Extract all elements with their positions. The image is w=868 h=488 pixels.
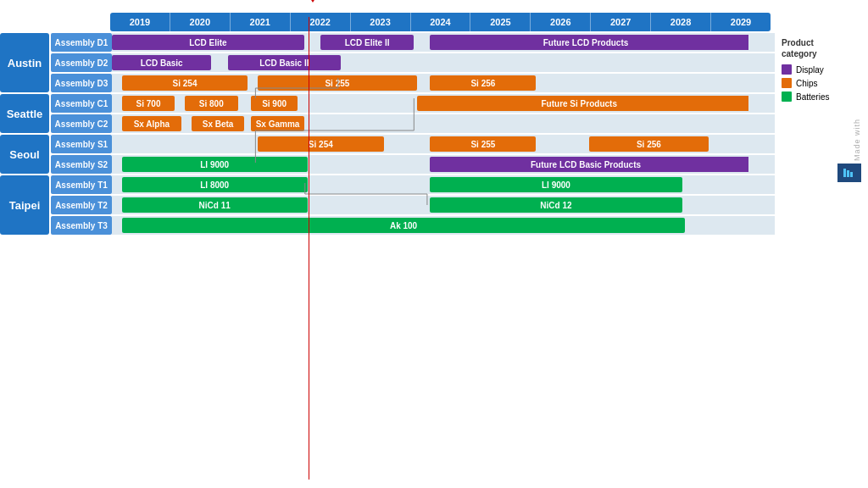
assembly-timeline: Sx AlphaSx BetaSx Gamma (112, 114, 775, 133)
bar-lcd-elite: LCD Elite (112, 35, 304, 50)
legend-label: Chips (796, 79, 818, 88)
bar-si-900: Si 900 (251, 96, 298, 111)
year-cell-2024: 2024 (411, 13, 471, 31)
watermark-icon (837, 164, 861, 182)
bar-si-800: Si 800 (185, 96, 238, 111)
groups-container: AustinAssembly D1LCD EliteLCD Elite IIFu… (0, 33, 775, 480)
year-cell-2027: 2027 (591, 13, 651, 31)
year-cell-2025: 2025 (470, 13, 531, 31)
bar-li-9000: LI 9000 (430, 177, 682, 192)
legend-color (782, 64, 792, 75)
assembly-label: Assembly S1 (51, 135, 112, 153)
assembly-timeline: Si 254Si 255Si 256 (112, 135, 775, 153)
year-cell-2026: 2026 (531, 13, 591, 31)
assembly-row-assembly-d3: Assembly D3Si 254Si 255Si 256 (51, 74, 775, 92)
group-label-seattle: Seattle (0, 94, 49, 133)
watermark-text: Made with (853, 119, 861, 161)
assembly-label: Assembly T2 (51, 196, 112, 214)
assembly-row-assembly-d1: Assembly D1LCD EliteLCD Elite IIFuture L… (51, 33, 775, 52)
bar-sx-gamma: Sx Gamma (251, 116, 304, 131)
bar-nicd-11: NiCd 11 (122, 197, 308, 213)
group-label-austin: Austin (0, 33, 49, 92)
assembly-timeline: LI 8000LI 9000 (112, 175, 775, 194)
today-line (309, 17, 309, 480)
bar-si-256: Si 256 (430, 75, 536, 91)
year-cell-2022: 2022 (291, 13, 351, 31)
assembly-timeline: LCD EliteLCD Elite IIFuture LCD Products (112, 33, 775, 52)
bar-si-700: Si 700 (122, 96, 175, 111)
legend-item-batteries: Batteries (782, 92, 861, 102)
assembly-timeline: Si 254Si 255Si 256 (112, 74, 775, 92)
assembly-timeline: LCD BasicLCD Basic II (112, 53, 775, 72)
legend-item-display: Display (782, 64, 861, 75)
legend-label: Batteries (796, 92, 829, 102)
group-label-taipei: Taipei (0, 175, 49, 235)
bar-sx-beta: Sx Beta (192, 116, 245, 131)
legend-title: Productcategory (782, 37, 861, 59)
svg-rect-1 (847, 170, 849, 177)
svg-rect-2 (850, 172, 853, 177)
year-cell-2019: 2019 (110, 13, 170, 31)
legend: Productcategory DisplayChipsBatteries Ma… (775, 33, 868, 480)
bar-sx-alpha: Sx Alpha (122, 116, 181, 131)
group-label-seoul: Seoul (0, 135, 49, 174)
watermark: Made with (782, 119, 861, 182)
legend-label: Display (796, 65, 824, 75)
bar-si-255: Si 255 (430, 136, 536, 152)
group-section-taipei: TaipeiAssembly T1LI 8000LI 9000Assembly … (0, 175, 775, 235)
year-cell-2021: 2021 (231, 13, 291, 31)
year-bar: 2019202020212022202320242025202620272028… (110, 13, 771, 31)
assembly-row-assembly-t2: Assembly T2NiCd 11NiCd 12 (51, 196, 775, 214)
group-rows-austin: Assembly D1LCD EliteLCD Elite IIFuture L… (51, 33, 775, 92)
bar-li-9000: LI 9000 (122, 157, 308, 172)
bar-future-si-products: Future Si Products (417, 96, 748, 111)
assembly-label: Assembly D1 (51, 33, 112, 52)
assembly-row-assembly-t3: Assembly T3Ak 100 (51, 216, 775, 235)
assembly-row-assembly-c2: Assembly C2Sx AlphaSx BetaSx Gamma (51, 114, 775, 133)
assembly-row-assembly-s2: Assembly S2LI 9000Future LCD Basic Produ… (51, 155, 775, 174)
bar-lcd-elite-ii: LCD Elite II (320, 35, 413, 50)
bar-li-8000: LI 8000 (122, 177, 308, 192)
assembly-label: Assembly D2 (51, 53, 112, 72)
bar-lcd-basic-ii: LCD Basic II (228, 55, 341, 70)
legend-item-chips: Chips (782, 78, 861, 88)
svg-rect-0 (843, 169, 846, 177)
group-rows-seattle: Assembly C1Si 700Si 800Si 900Future Si P… (51, 94, 775, 133)
bar-future-lcd-basic-products: Future LCD Basic Products (430, 157, 748, 172)
bar-lcd-basic: LCD Basic (112, 55, 211, 70)
legend-color (782, 92, 792, 102)
group-rows-taipei: Assembly T1LI 8000LI 9000Assembly T2NiCd… (51, 175, 775, 235)
year-cell-2028: 2028 (651, 13, 711, 31)
group-rows-seoul: Assembly S1Si 254Si 255Si 256Assembly S2… (51, 135, 775, 174)
assembly-row-assembly-d2: Assembly D2LCD BasicLCD Basic II (51, 53, 775, 72)
bar-ak-100: Ak 100 (122, 218, 686, 233)
assembly-label: Assembly D3 (51, 74, 112, 92)
group-section-seoul: SeoulAssembly S1Si 254Si 255Si 256Assemb… (0, 135, 775, 174)
assembly-label: Assembly T3 (51, 216, 112, 235)
assembly-row-assembly-t1: Assembly T1LI 8000LI 9000 (51, 175, 775, 194)
legend-color (782, 78, 792, 88)
assembly-timeline: NiCd 11NiCd 12 (112, 196, 775, 214)
bar-si-256: Si 256 (589, 136, 709, 152)
year-cell-2029: 2029 (711, 13, 771, 31)
today-marker (309, 0, 317, 3)
assembly-timeline: Si 700Si 800Si 900Future Si Products (112, 94, 775, 113)
assembly-label: Assembly C1 (51, 94, 112, 113)
group-section-austin: AustinAssembly D1LCD EliteLCD Elite IIFu… (0, 33, 775, 92)
bar-si-254: Si 254 (122, 75, 248, 91)
assembly-label: Assembly S2 (51, 155, 112, 174)
bar-si-254: Si 254 (258, 136, 384, 152)
assembly-row-assembly-s1: Assembly S1Si 254Si 255Si 256 (51, 135, 775, 153)
assembly-row-assembly-c1: Assembly C1Si 700Si 800Si 900Future Si P… (51, 94, 775, 113)
year-cell-2020: 2020 (170, 13, 231, 31)
bar-future-lcd-products: Future LCD Products (430, 35, 748, 50)
assembly-timeline: Ak 100 (112, 216, 775, 235)
assembly-label: Assembly C2 (51, 114, 112, 133)
bar-si-255: Si 255 (258, 75, 417, 91)
assembly-timeline: LI 9000Future LCD Basic Products (112, 155, 775, 174)
today-triangle (309, 0, 317, 3)
year-cell-2023: 2023 (351, 13, 411, 31)
group-section-seattle: SeattleAssembly C1Si 700Si 800Si 900Futu… (0, 94, 775, 133)
assembly-label: Assembly T1 (51, 175, 112, 194)
bar-nicd-12: NiCd 12 (430, 197, 682, 213)
